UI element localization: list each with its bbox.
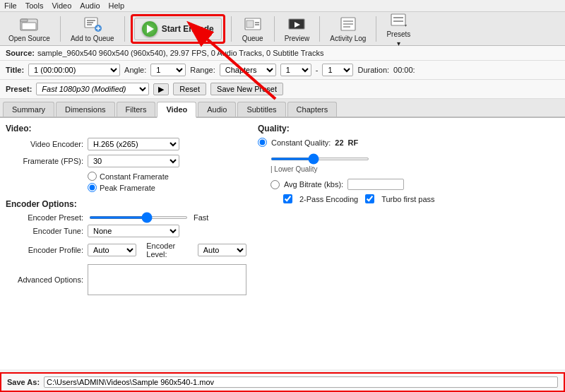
title-select[interactable]: 1 (00:00:00)	[28, 64, 120, 76]
presets-button[interactable]: Presets ▾	[382, 9, 415, 49]
reset-preset-button[interactable]: Reset	[173, 83, 206, 95]
preset-label: Preset:	[6, 85, 32, 93]
svg-rect-20	[391, 14, 405, 25]
menu-help[interactable]: Help	[109, 1, 125, 10]
constant-framerate-row: Constant Framerate	[88, 172, 246, 181]
menu-video[interactable]: Video	[52, 1, 71, 10]
two-pass-checkbox[interactable]	[283, 194, 292, 203]
tab-chapters[interactable]: Chapters	[287, 102, 338, 117]
range-separator: -	[316, 66, 319, 74]
tab-summary[interactable]: Summary	[3, 102, 54, 117]
open-source-button[interactable]: Open Source	[4, 13, 54, 44]
left-panel: Video: Video Encoder: H.265 (x265) H.264…	[6, 124, 246, 364]
play-icon	[142, 21, 157, 37]
constant-quality-value: 22	[335, 138, 343, 147]
constant-framerate-label: Constant Framerate	[100, 172, 169, 181]
save-as-input[interactable]	[44, 376, 558, 388]
encoder-preset-slider[interactable]	[89, 216, 188, 219]
advanced-textarea[interactable]	[88, 264, 246, 295]
encoder-options-title: Encoder Options:	[6, 199, 246, 209]
range-label: Range:	[190, 66, 215, 74]
lower-quality-text: | Lower Quality	[270, 165, 559, 173]
framerate-label: Framerate (FPS):	[6, 157, 83, 165]
start-encode-button[interactable]: Start Encode	[134, 18, 222, 40]
preview-button[interactable]: Preview	[280, 13, 314, 44]
start-encode-wrap: Start Encode	[131, 14, 225, 44]
encode-options-row: 2-Pass Encoding Turbo first pass	[283, 194, 559, 203]
constant-framerate-radio[interactable]	[88, 172, 97, 181]
source-value: sample_960x540 960x540 (960x540), 29.97 …	[37, 49, 323, 57]
advanced-label: Advanced Options:	[6, 275, 83, 284]
preset-row: Preset: Fast 1080p30 (Modified) ▶ Reset …	[0, 80, 565, 99]
framerate-type-group: Constant Framerate Peak Framerate	[88, 172, 246, 192]
preview-icon	[287, 15, 306, 33]
range-start-select[interactable]: 1	[280, 64, 311, 76]
duration-label: Duration:	[357, 66, 389, 74]
encoder-preset-value: Fast	[194, 213, 208, 222]
activity-log-button[interactable]: Activity Log	[326, 13, 370, 44]
encoder-profile-label: Encoder Profile:	[6, 246, 83, 254]
range-end-select[interactable]: 1	[322, 64, 353, 76]
encoder-level-label: Encoder Level:	[146, 242, 190, 259]
presets-label: Presets	[386, 30, 410, 38]
queue-icon	[244, 15, 262, 33]
bitrate-input[interactable]	[347, 179, 404, 190]
advanced-row: Advanced Options:	[6, 264, 246, 295]
title-row: Title: 1 (00:00:00) Angle: 1 Range: Chap…	[0, 61, 565, 80]
encoder-tune-select[interactable]: None Film Animation Grain	[88, 225, 179, 237]
framerate-row: Framerate (FPS): 30 Same as source 23.97…	[6, 155, 246, 167]
presets-icon	[389, 11, 408, 29]
right-panel: Quality: Constant Quality: 22 RF | Lower…	[258, 124, 559, 364]
encoder-tune-label: Encoder Tune:	[6, 227, 83, 235]
tab-subtitles[interactable]: Subtitles	[237, 102, 285, 117]
encoder-label: Video Encoder:	[6, 140, 83, 148]
tab-video[interactable]: Video	[157, 102, 196, 118]
svg-rect-2	[22, 23, 36, 30]
avg-bitrate-radio[interactable]	[270, 180, 280, 189]
preset-arrow-button[interactable]: ▶	[153, 83, 169, 95]
framerate-select[interactable]: 30 Same as source 23.976 24 25 29.97 60	[88, 155, 179, 167]
main-content: Video: Video Encoder: H.265 (x265) H.264…	[0, 118, 565, 369]
two-pass-label: 2-Pass Encoding	[299, 195, 358, 203]
activity-log-label: Activity Log	[330, 35, 366, 42]
open-source-label: Open Source	[8, 35, 50, 42]
angle-select[interactable]: 1	[150, 64, 186, 76]
angle-label: Angle:	[124, 66, 146, 74]
constant-quality-label: Constant Quality:	[271, 138, 331, 147]
menu-file[interactable]: File	[4, 1, 17, 10]
preset-select[interactable]: Fast 1080p30 (Modified)	[36, 83, 149, 95]
menu-tools[interactable]: Tools	[25, 1, 44, 10]
constant-quality-radio[interactable]	[258, 138, 267, 147]
quality-section-title: Quality:	[258, 124, 559, 133]
menu-audio[interactable]: Audio	[80, 1, 100, 10]
peak-framerate-row: Peak Framerate	[88, 183, 246, 192]
advanced-options-section: Advanced Options:	[6, 264, 246, 295]
add-to-queue-button[interactable]: Add to Queue	[66, 13, 119, 44]
quality-slider[interactable]	[270, 158, 369, 160]
queue-label: Queue	[242, 35, 263, 42]
video-section-title: Video:	[6, 124, 246, 133]
encoder-profile-level-row: Encoder Profile: Auto Main Main 10 Encod…	[6, 242, 246, 259]
queue-button[interactable]: Queue	[237, 13, 268, 44]
encoder-select[interactable]: H.265 (x265) H.264 (x264) MPEG-4	[88, 138, 179, 150]
turbo-first-pass-checkbox[interactable]	[365, 194, 374, 203]
save-new-preset-button[interactable]: Save New Preset	[210, 83, 283, 95]
tab-filters[interactable]: Filters	[117, 102, 156, 117]
constant-quality-unit: RF	[348, 138, 359, 147]
encoder-level-select[interactable]: Auto 3.0 3.1 4.0	[198, 244, 246, 256]
peak-framerate-radio[interactable]	[88, 183, 97, 192]
encoder-profile-select[interactable]: Auto Main Main 10	[88, 244, 136, 256]
tab-dimensions[interactable]: Dimensions	[56, 102, 114, 117]
avg-bitrate-label: Avg Bitrate (kbs):	[284, 180, 343, 189]
encoder-preset-label: Encoder Preset:	[6, 213, 83, 222]
save-as-label: Save As:	[7, 378, 40, 386]
avg-bitrate-row: Avg Bitrate (kbs):	[270, 179, 559, 190]
range-type-select[interactable]: Chapters Seconds Frames	[220, 64, 276, 76]
save-as-bar: Save As:	[0, 372, 565, 392]
svg-rect-1	[20, 19, 28, 22]
tabs-row: Summary Dimensions Filters Video Audio S…	[0, 99, 565, 118]
tab-audio[interactable]: Audio	[198, 102, 236, 117]
encoder-options-section: Encoder Options: Encoder Preset: Fast En…	[6, 199, 246, 295]
turbo-first-pass-label: Turbo first pass	[381, 195, 434, 203]
source-label: Source:	[6, 49, 35, 57]
